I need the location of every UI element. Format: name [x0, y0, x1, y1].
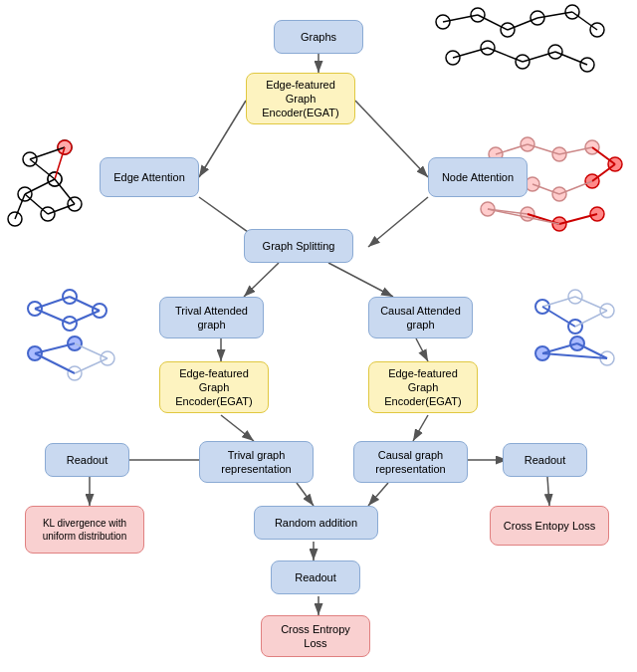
graph-splitting-box: Graph Splitting [244, 229, 353, 263]
svg-line-102 [413, 415, 428, 441]
svg-point-46 [526, 177, 539, 191]
svg-line-11 [537, 12, 572, 18]
svg-point-7 [590, 23, 604, 37]
diagram: Graphs Edge-featuredGraphEncoder(EGAT) E… [0, 0, 637, 672]
svg-point-3 [471, 8, 485, 22]
svg-point-13 [446, 51, 460, 65]
svg-line-88 [575, 311, 607, 327]
svg-line-32 [30, 159, 55, 179]
svg-line-19 [488, 48, 523, 62]
svg-point-79 [568, 290, 582, 304]
egat1-box: Edge-featuredGraphEncoder(EGAT) [246, 73, 355, 124]
readout-left-box: Readout [45, 443, 129, 477]
svg-point-63 [63, 290, 77, 304]
svg-point-2 [436, 15, 450, 29]
svg-line-94 [355, 101, 428, 177]
svg-line-52 [528, 144, 559, 154]
svg-point-5 [531, 11, 544, 25]
svg-line-96 [368, 197, 428, 247]
svg-line-36 [25, 194, 48, 214]
svg-line-53 [559, 147, 592, 154]
svg-line-98 [328, 263, 393, 297]
causal-repr-box: Causal graphrepresentation [353, 441, 468, 483]
svg-point-14 [481, 41, 495, 55]
svg-line-37 [48, 204, 75, 214]
svg-line-10 [508, 18, 537, 30]
svg-point-67 [68, 336, 82, 350]
svg-point-64 [93, 304, 106, 318]
svg-point-4 [501, 23, 515, 37]
svg-point-80 [600, 304, 614, 318]
svg-line-58 [488, 209, 528, 214]
svg-point-15 [516, 55, 530, 69]
svg-line-74 [35, 343, 75, 353]
svg-line-89 [542, 343, 577, 353]
svg-line-21 [555, 52, 587, 65]
svg-point-42 [585, 140, 599, 154]
svg-line-35 [15, 194, 25, 219]
svg-line-107 [297, 483, 314, 506]
svg-line-61 [488, 209, 559, 224]
edge-attention-box: Edge Attention [100, 157, 199, 197]
svg-line-106 [547, 477, 549, 506]
svg-line-76 [35, 353, 75, 373]
svg-line-57 [532, 184, 559, 194]
svg-point-65 [63, 317, 77, 331]
svg-line-38 [55, 179, 75, 204]
svg-point-40 [521, 137, 534, 151]
svg-point-82 [535, 346, 549, 360]
svg-line-54 [592, 147, 615, 164]
svg-point-66 [28, 346, 42, 360]
svg-line-12 [572, 12, 597, 30]
svg-point-23 [58, 140, 72, 154]
graphs-box: Graphs [274, 20, 363, 54]
svg-point-78 [535, 300, 549, 314]
svg-point-29 [58, 140, 72, 154]
svg-line-18 [453, 48, 488, 58]
svg-line-93 [199, 101, 246, 177]
trivial-repr-box: Trival graphrepresentation [199, 441, 314, 483]
svg-line-31 [30, 147, 65, 159]
svg-point-83 [570, 336, 584, 350]
svg-line-8 [443, 15, 478, 22]
svg-point-44 [585, 174, 599, 188]
svg-line-33 [55, 147, 65, 179]
svg-line-59 [528, 214, 559, 224]
svg-point-68 [101, 351, 114, 365]
svg-line-85 [542, 297, 575, 307]
node-attention-box: Node Attention [428, 157, 528, 197]
svg-point-45 [552, 187, 566, 201]
svg-line-20 [523, 52, 555, 62]
svg-line-100 [416, 338, 428, 361]
svg-line-86 [575, 297, 607, 311]
svg-point-26 [8, 212, 22, 226]
svg-point-27 [41, 207, 55, 221]
svg-point-41 [552, 147, 566, 161]
svg-point-16 [548, 45, 562, 59]
egat2-box: Edge-featuredGraphEncoder(EGAT) [159, 361, 269, 413]
svg-line-72 [35, 309, 70, 324]
svg-line-34 [25, 179, 55, 194]
trivial-attended-box: Trival Attendedgraph [159, 297, 264, 338]
svg-line-108 [368, 483, 388, 506]
svg-point-48 [521, 207, 534, 221]
svg-line-60 [559, 214, 597, 224]
svg-point-49 [552, 217, 566, 231]
readout-right-box: Readout [503, 443, 587, 477]
kl-divergence-box: KL divergence withuniform distribution [25, 506, 144, 554]
random-addition-box: Random addition [254, 506, 378, 540]
svg-point-28 [68, 197, 82, 211]
cross-entropy-center-box: Cross EntropyLoss [261, 615, 370, 657]
svg-line-90 [577, 343, 607, 358]
svg-line-97 [244, 263, 279, 297]
cross-entropy-right-box: Cross Entopy Loss [490, 506, 609, 546]
svg-point-22 [23, 152, 37, 166]
svg-point-62 [28, 302, 42, 316]
svg-line-87 [542, 307, 575, 327]
egat3-box: Edge-featuredGraphEncoder(EGAT) [368, 361, 478, 413]
svg-point-50 [590, 207, 604, 221]
svg-line-51 [496, 144, 528, 154]
svg-line-9 [478, 15, 508, 30]
svg-line-71 [70, 297, 100, 311]
svg-line-70 [35, 297, 70, 309]
